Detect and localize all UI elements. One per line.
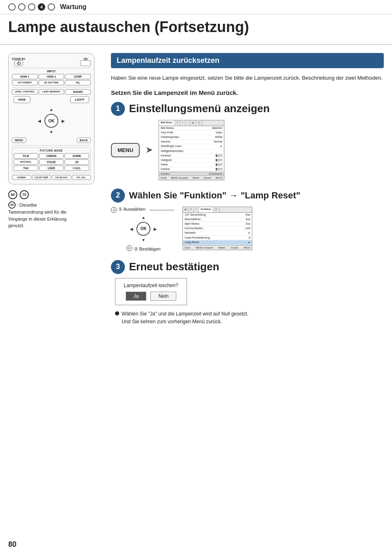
screen-tabs-2: ⊞ ≡ □ Funktion ⓘ — [183, 207, 252, 213]
color-file-button[interactable]: COLOR FILE — [52, 175, 71, 180]
left-column: STAND BY ⏻ ON INPUT HDMI 1 HDMI 2 COMP. … — [8, 53, 103, 334]
step-1-title-row: 1 Einstellungsmenü anzeigen — [111, 102, 384, 116]
ok2-arrow-down[interactable]: ▼ — [141, 238, 145, 242]
on-label: ON — [83, 58, 88, 60]
arrow-up[interactable]: ▲ — [49, 107, 53, 112]
confirm-buttons: Ja Nein — [124, 292, 178, 301]
picture-mode-row1: FILM CINEMA ANIME — [14, 153, 89, 159]
nav-step-2 — [18, 3, 25, 11]
ja-button[interactable]: Ja — [126, 292, 147, 301]
tab-6: ⓘ — [196, 120, 202, 126]
hide-button[interactable]: HIDE — [14, 96, 30, 103]
step-1-title: Einstellungsmenü anzeigen — [129, 102, 270, 115]
top-nav: 4 Wartung — [0, 0, 392, 14]
cinema-button[interactable]: CINEMA — [39, 153, 64, 159]
cmd-button[interactable]: C.M.D. — [65, 166, 89, 171]
menu-button[interactable]: MENU — [12, 138, 26, 143]
color-temp-button[interactable]: COLOR TEMP — [32, 175, 51, 180]
row-farb-profil: Farb ProfilVideo — [159, 131, 224, 135]
row-lamp-reset: Lamp Reset▸ — [183, 240, 252, 245]
nein-button[interactable]: Nein — [150, 292, 176, 301]
tab2-info: ⓘ — [213, 207, 219, 212]
on-button[interactable] — [80, 60, 91, 66]
light-button[interactable]: LIGHT — [70, 96, 89, 103]
standby-row: STAND BY ⏻ ON — [12, 58, 91, 66]
step-2-number: 2 — [111, 189, 125, 203]
screen-tabs: Bild Einst. ≡ □ ↑ ⊞ ⓘ — [159, 120, 224, 126]
user-button[interactable]: USER — [39, 166, 64, 171]
arrow-left[interactable]: ◀ — [38, 119, 41, 123]
3d-pm-button[interactable]: 3D — [65, 159, 89, 165]
lens-control-button[interactable]: LENS. CONTROL — [12, 89, 38, 94]
row-bild-modus: Bild ModusNatürlich — [159, 126, 224, 131]
bottom-buttons: GAMMA COLOR TEMP COLOR FILE PIC. ADJ. — [12, 175, 91, 180]
tab2-funk: Funktion — [199, 207, 213, 212]
step-2-title-row: 2 Wählen Sie "Funktion" → "Lamp Reset" — [111, 189, 384, 203]
picture-mode-section: PICTURE MODE FILM CINEMA ANIME NATURAL S… — [12, 147, 91, 173]
hdmi2-button[interactable]: HDMI 2 — [39, 74, 65, 79]
row-alpin: Alpin ModusAus — [183, 222, 252, 226]
bestatigen-label: ② Bestätigen — [134, 246, 161, 252]
comp-button[interactable]: COMP. — [65, 74, 91, 79]
row-farbton: Farbton▐▐▐▐▐ — [159, 167, 224, 172]
badge-30: 30 — [8, 201, 16, 209]
arrow-right[interactable]: ▶ — [62, 119, 65, 123]
row-netzwerk: Netzwerk▸ — [183, 231, 252, 236]
ok2-arrow-up[interactable]: ▲ — [141, 215, 145, 220]
ok-pad: ▲ ▼ ◀ ▶ OK — [37, 106, 66, 135]
bullet-dot — [115, 311, 119, 315]
tab-3: □ — [180, 120, 185, 126]
gamma-button[interactable]: GAMMA — [12, 175, 31, 180]
content-area: STAND BY ⏻ ON INPUT HDMI 1 HDMI 2 COMP. … — [0, 45, 392, 342]
remote-notes: 90 70 30 : Dieselbe Tastenanordnung wird… — [8, 190, 103, 229]
3d-setting-button[interactable]: 3D SETTING — [39, 80, 65, 85]
step-3-title: Erneut bestätigen — [129, 260, 219, 273]
remote-control: STAND BY ⏻ ON INPUT HDMI 1 HDMI 2 COMP. … — [8, 53, 95, 184]
ok-pad-2: ▲ ▼ ◀ ▶ OK — [129, 214, 158, 243]
lens-memory-button[interactable]: LENS MEMORY — [39, 89, 65, 94]
ok2-button[interactable]: OK — [136, 222, 150, 236]
row-farbe: Farbe▐▐▐▐▐ — [159, 163, 224, 167]
step-3-title-row: 3 Erneut bestätigen — [111, 260, 384, 274]
screen-mock-2: ⊞ ≡ □ Funktion ⓘ 12V SteuerleitungAus Ab… — [182, 207, 252, 250]
tab-bild-einst: Bild Einst. — [159, 120, 175, 126]
standby-icon[interactable]: ⏻ — [14, 60, 23, 66]
picture-mode-row3: THX USER C.M.D. — [14, 166, 89, 171]
row-dark-bright: Dark/Bright Level▸ — [159, 144, 224, 149]
natural-button[interactable]: NATURAL — [14, 159, 38, 165]
annot-circle-1: ① — [111, 207, 117, 213]
tab2-img: ⊞ — [183, 207, 189, 212]
3d-format-button[interactable]: 3D FORMAT — [12, 80, 38, 85]
step-1: 1 Einstellungsmenü anzeigen MENU ➤ Bild … — [111, 102, 384, 180]
pc-button[interactable]: PC — [65, 80, 91, 85]
back-button[interactable]: BACK — [77, 138, 91, 143]
row-kontrast: Kontrast▐▐▐▐▐ — [159, 154, 224, 158]
ok2-arrow-left[interactable]: ◀ — [130, 226, 133, 231]
menu-back-row: MENU BACK — [12, 138, 91, 143]
badge-row: 90 70 — [8, 190, 103, 199]
thx-button[interactable]: THX — [14, 166, 38, 171]
row-helligkeit-korr: Helligkeitskorrektur — [159, 149, 224, 154]
hdmi1-button[interactable]: HDMI 1 — [12, 74, 38, 79]
anime-button[interactable]: ANIME — [65, 153, 89, 159]
film-button[interactable]: FILM — [14, 153, 38, 159]
step-3: 3 Erneut bestätigen Lampenlaufzeit losch… — [111, 260, 384, 326]
ok2-arrow-right[interactable]: ▶ — [154, 226, 157, 231]
main-heading: Lampe austauschen (Fortsetzung) — [0, 14, 392, 45]
badge-90: 90 — [8, 190, 17, 199]
anamo-button[interactable]: ANAMO — [65, 89, 91, 94]
menu-illustration: MENU — [111, 143, 140, 157]
row-gamma: GammaNormal — [159, 140, 224, 144]
badge-70: 70 — [20, 190, 29, 199]
picture-mode-label: PICTURE MODE — [14, 149, 89, 152]
row-farbtemp: Farbtemperatur6500k — [159, 135, 224, 140]
step-1-number: 1 — [111, 102, 125, 116]
step-3-number: 3 — [111, 260, 125, 274]
step-2-left: ① ① Auswählen ▲ ▼ ◀ ▶ OK ② ② Bes — [111, 207, 176, 252]
ok-button[interactable]: OK — [44, 114, 58, 128]
nav-step-3 — [28, 3, 35, 11]
stage-button[interactable]: STAGE — [39, 159, 64, 165]
pic-adj-button[interactable]: PIC. ADJ. — [72, 175, 91, 180]
arrow-down[interactable]: ▼ — [49, 130, 53, 134]
bullet-text: Wählen Sie "Ja" und die Lampenzeit wird … — [115, 310, 384, 326]
